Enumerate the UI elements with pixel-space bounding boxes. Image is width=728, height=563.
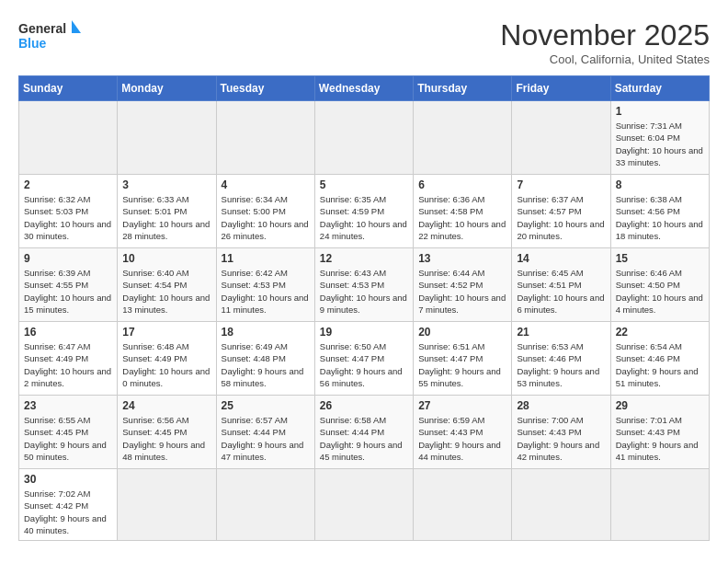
table-row [414, 469, 512, 541]
table-row [216, 469, 314, 541]
svg-text:Blue: Blue [18, 36, 47, 51]
day-number: 12 [320, 252, 408, 265]
day-number: 10 [122, 252, 210, 265]
header-saturday: Saturday [610, 76, 709, 101]
day-number: 16 [24, 326, 112, 339]
day-number: 26 [320, 399, 408, 412]
cell-content: Sunrise: 7:02 AM Sunset: 4:42 PM Dayligh… [24, 488, 112, 536]
cell-content: Sunrise: 6:56 AM Sunset: 4:45 PM Dayligh… [122, 414, 210, 463]
table-row: 1Sunrise: 7:31 AM Sunset: 6:04 PM Daylig… [610, 101, 709, 175]
table-row: 24Sunrise: 6:56 AM Sunset: 4:45 PM Dayli… [118, 396, 216, 469]
title-section: November 2025 Cool, California, United S… [500, 18, 710, 66]
cell-content: Sunrise: 6:35 AM Sunset: 4:59 PM Dayligh… [320, 193, 408, 242]
header-sunday: Sunday [19, 76, 118, 101]
table-row: 19Sunrise: 6:50 AM Sunset: 4:47 PM Dayli… [314, 322, 413, 396]
calendar-header-row: Sunday Monday Tuesday Wednesday Thursday… [19, 76, 710, 101]
logo: General Blue [18, 18, 83, 55]
table-row: 4Sunrise: 6:34 AM Sunset: 5:00 PM Daylig… [216, 175, 314, 248]
day-number: 27 [418, 399, 506, 412]
day-number: 24 [122, 399, 210, 412]
table-row: 8Sunrise: 6:38 AM Sunset: 4:56 PM Daylig… [610, 175, 709, 248]
day-number: 18 [222, 326, 310, 339]
cell-content: Sunrise: 6:32 AM Sunset: 5:03 PM Dayligh… [24, 193, 112, 242]
location: Cool, California, United States [500, 52, 710, 66]
cell-content: Sunrise: 6:39 AM Sunset: 4:55 PM Dayligh… [24, 267, 112, 316]
table-row: 10Sunrise: 6:40 AM Sunset: 4:54 PM Dayli… [118, 248, 216, 322]
table-row [512, 469, 610, 541]
table-row: 12Sunrise: 6:43 AM Sunset: 4:53 PM Dayli… [314, 248, 413, 322]
table-row [314, 469, 413, 541]
cell-content: Sunrise: 6:42 AM Sunset: 4:53 PM Dayligh… [222, 267, 310, 316]
table-row: 26Sunrise: 6:58 AM Sunset: 4:44 PM Dayli… [314, 396, 413, 469]
day-number: 25 [222, 399, 310, 412]
cell-content: Sunrise: 6:57 AM Sunset: 4:44 PM Dayligh… [222, 414, 310, 463]
cell-content: Sunrise: 6:58 AM Sunset: 4:44 PM Dayligh… [320, 414, 408, 463]
cell-content: Sunrise: 6:47 AM Sunset: 4:49 PM Dayligh… [24, 340, 112, 389]
cell-content: Sunrise: 6:40 AM Sunset: 4:54 PM Dayligh… [122, 267, 210, 316]
cell-content: Sunrise: 6:59 AM Sunset: 4:43 PM Dayligh… [418, 414, 506, 463]
day-number: 11 [222, 252, 310, 265]
table-row [414, 101, 512, 175]
cell-content: Sunrise: 6:44 AM Sunset: 4:52 PM Dayligh… [418, 267, 506, 316]
cell-content: Sunrise: 6:49 AM Sunset: 4:48 PM Dayligh… [222, 340, 310, 389]
calendar-table: Sunday Monday Tuesday Wednesday Thursday… [18, 75, 710, 541]
day-number: 30 [24, 473, 112, 486]
day-number: 14 [517, 252, 605, 265]
day-number: 20 [418, 326, 506, 339]
cell-content: Sunrise: 7:31 AM Sunset: 6:04 PM Dayligh… [616, 120, 704, 168]
cell-content: Sunrise: 7:01 AM Sunset: 4:43 PM Dayligh… [616, 414, 704, 463]
table-row: 28Sunrise: 7:00 AM Sunset: 4:43 PM Dayli… [512, 396, 610, 469]
table-row: 14Sunrise: 6:45 AM Sunset: 4:51 PM Dayli… [512, 248, 610, 322]
day-number: 23 [24, 399, 112, 412]
cell-content: Sunrise: 6:43 AM Sunset: 4:53 PM Dayligh… [320, 267, 408, 316]
cell-content: Sunrise: 6:50 AM Sunset: 4:47 PM Dayligh… [320, 340, 408, 389]
header-thursday: Thursday [414, 76, 512, 101]
table-row: 25Sunrise: 6:57 AM Sunset: 4:44 PM Dayli… [216, 396, 314, 469]
cell-content: Sunrise: 6:54 AM Sunset: 4:46 PM Dayligh… [616, 340, 704, 389]
month-title: November 2025 [500, 18, 710, 52]
day-number: 9 [24, 252, 112, 265]
cell-content: Sunrise: 6:36 AM Sunset: 4:58 PM Dayligh… [418, 193, 506, 242]
table-row [118, 469, 216, 541]
svg-marker-2 [72, 20, 81, 33]
table-row: 23Sunrise: 6:55 AM Sunset: 4:45 PM Dayli… [19, 396, 118, 469]
logo-svg: General Blue [18, 18, 83, 55]
day-number: 17 [122, 326, 210, 339]
table-row: 17Sunrise: 6:48 AM Sunset: 4:49 PM Dayli… [118, 322, 216, 396]
cell-content: Sunrise: 6:46 AM Sunset: 4:50 PM Dayligh… [616, 267, 704, 316]
cell-content: Sunrise: 6:38 AM Sunset: 4:56 PM Dayligh… [616, 193, 704, 242]
day-number: 5 [320, 178, 408, 191]
day-number: 6 [418, 178, 506, 191]
table-row: 29Sunrise: 7:01 AM Sunset: 4:43 PM Dayli… [610, 396, 709, 469]
header-wednesday: Wednesday [314, 76, 413, 101]
table-row: 2Sunrise: 6:32 AM Sunset: 5:03 PM Daylig… [19, 175, 118, 248]
header-monday: Monday [118, 76, 216, 101]
day-number: 4 [222, 178, 310, 191]
table-row [216, 101, 314, 175]
header-friday: Friday [512, 76, 610, 101]
table-row: 22Sunrise: 6:54 AM Sunset: 4:46 PM Dayli… [610, 322, 709, 396]
day-number: 15 [616, 252, 704, 265]
table-row: 9Sunrise: 6:39 AM Sunset: 4:55 PM Daylig… [19, 248, 118, 322]
cell-content: Sunrise: 6:34 AM Sunset: 5:00 PM Dayligh… [222, 193, 310, 242]
svg-text:General: General [18, 21, 66, 36]
table-row [19, 101, 118, 175]
cell-content: Sunrise: 6:53 AM Sunset: 4:46 PM Dayligh… [517, 340, 605, 389]
table-row: 30Sunrise: 7:02 AM Sunset: 4:42 PM Dayli… [19, 469, 118, 541]
table-row: 3Sunrise: 6:33 AM Sunset: 5:01 PM Daylig… [118, 175, 216, 248]
header-tuesday: Tuesday [216, 76, 314, 101]
table-row: 16Sunrise: 6:47 AM Sunset: 4:49 PM Dayli… [19, 322, 118, 396]
cell-content: Sunrise: 6:48 AM Sunset: 4:49 PM Dayligh… [122, 340, 210, 389]
table-row: 5Sunrise: 6:35 AM Sunset: 4:59 PM Daylig… [314, 175, 413, 248]
table-row [314, 101, 413, 175]
table-row: 11Sunrise: 6:42 AM Sunset: 4:53 PM Dayli… [216, 248, 314, 322]
table-row [118, 101, 216, 175]
cell-content: Sunrise: 6:55 AM Sunset: 4:45 PM Dayligh… [24, 414, 112, 463]
day-number: 1 [616, 105, 704, 118]
day-number: 19 [320, 326, 408, 339]
page-header: General Blue November 2025 Cool, Califor… [18, 18, 710, 66]
day-number: 28 [517, 399, 605, 412]
day-number: 29 [616, 399, 704, 412]
table-row [610, 469, 709, 541]
cell-content: Sunrise: 6:45 AM Sunset: 4:51 PM Dayligh… [517, 267, 605, 316]
